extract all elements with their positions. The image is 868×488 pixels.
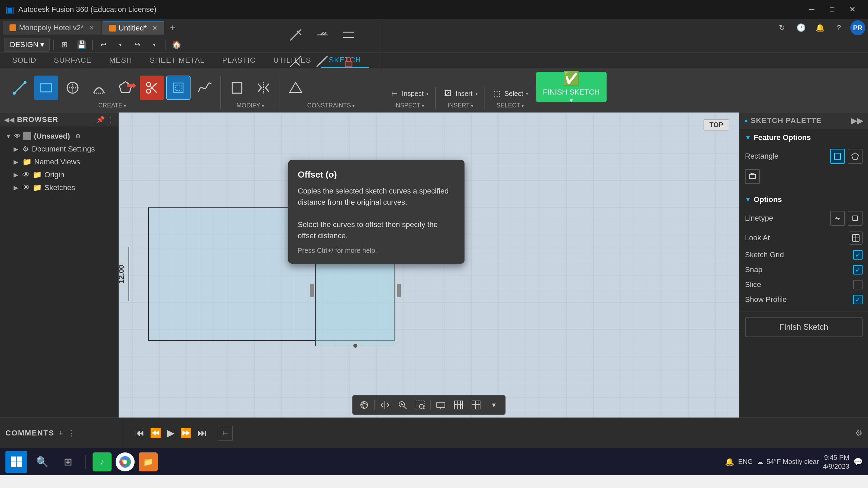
line-tool-button[interactable] — [7, 76, 32, 100]
ribbon-tab-solid[interactable]: SOLID — [4, 53, 44, 67]
canvas-area[interactable]: 12.00 TOP Offset (o) Copies the selected… — [119, 113, 739, 418]
browser-item-unsaved[interactable]: ▼ 👁 (Unsaved) ⊙ — [0, 130, 118, 143]
task-view-button[interactable]: ⊞ — [57, 451, 79, 473]
design-menu-button[interactable]: DESIGN ▾ — [4, 38, 50, 52]
start-button[interactable] — [5, 451, 27, 473]
ribbon-tab-sheet-metal[interactable]: SHEET METAL — [142, 53, 213, 67]
circle-tool-button[interactable] — [60, 76, 85, 100]
browser-collapse-button[interactable]: ◀◀ — [4, 116, 14, 124]
sketch-grid-checkbox[interactable]: ✓ — [853, 250, 863, 260]
add-tab-button[interactable]: + — [165, 22, 179, 33]
arc-tool-button[interactable] — [87, 76, 111, 100]
tab-untitled[interactable]: Untitled* ✕ — [102, 21, 164, 35]
display-settings-button[interactable] — [433, 398, 448, 412]
spline-tool-button[interactable] — [193, 76, 217, 100]
slice-checkbox[interactable] — [853, 280, 863, 289]
home-button[interactable]: 🏠 — [169, 39, 184, 51]
timeline-forward-button[interactable]: ⏩ — [180, 427, 192, 439]
feature-options-header[interactable]: ▼ Feature Options — [745, 133, 863, 142]
offset-tool-button[interactable] — [166, 76, 191, 100]
notification-button[interactable]: 🔔 — [812, 22, 827, 34]
timeline-play-button[interactable]: ▶ — [167, 427, 175, 439]
redo-button[interactable]: ↪ — [130, 39, 145, 51]
grid-view-button[interactable]: ⊞ — [57, 39, 72, 51]
triangle-constraint-button[interactable] — [283, 76, 308, 100]
timeline-end-button[interactable]: ⏭ — [197, 427, 207, 439]
eye-icon[interactable]: 👁 — [14, 133, 20, 140]
add-comment-button[interactable]: + — [58, 428, 63, 438]
tangent-constraint-button[interactable] — [310, 49, 334, 74]
eye-sketches-icon[interactable]: 👁 — [22, 183, 30, 192]
insert-button[interactable]: 🖼 Insert ▾ — [440, 87, 481, 100]
orbit-button[interactable] — [357, 398, 372, 412]
save-button[interactable]: 💾 — [74, 39, 89, 51]
history-button[interactable]: 🕐 — [793, 22, 808, 34]
palette-expand-button[interactable]: ▶▶ — [851, 116, 863, 125]
visibility-icon[interactable]: ⊙ — [75, 133, 80, 140]
options-section-header[interactable]: ▼ Options — [745, 195, 863, 204]
taskbar-files-icon[interactable]: 📁 — [139, 452, 158, 471]
settings-button[interactable]: ⚙ — [855, 428, 863, 438]
help-button[interactable]: ? — [831, 22, 846, 34]
rect-type-2-button[interactable] — [848, 149, 863, 164]
browser-pin-button[interactable]: 📌 — [96, 116, 105, 124]
collinear-constraint-button[interactable] — [310, 23, 334, 47]
scissors-tool-button[interactable]: ➡ — [140, 76, 164, 100]
minimize-button[interactable]: ─ — [802, 0, 822, 19]
refresh-button[interactable]: ↻ — [774, 22, 789, 34]
snap-checkbox[interactable]: ✓ — [853, 265, 863, 274]
linetype-solid-button[interactable] — [830, 211, 845, 226]
ribbon-tab-mesh[interactable]: MESH — [101, 53, 140, 67]
look-at-button[interactable] — [849, 231, 863, 245]
taskbar-notification-icon[interactable]: 🔔 — [725, 458, 734, 466]
grip-left[interactable] — [310, 284, 314, 297]
grip-right[interactable] — [397, 284, 401, 297]
finish-sketch-ribbon-button[interactable]: ✅ FINISH SKETCH ▾ — [536, 72, 606, 102]
ribbon-tab-plastic[interactable]: PLASTIC — [214, 53, 264, 67]
browser-item-origin[interactable]: ▶ 👁 📁 Origin — [0, 168, 118, 181]
timeline-marker-icon[interactable]: ⊢ — [218, 426, 233, 441]
view-more-button[interactable] — [469, 398, 484, 412]
taskbar-chrome-icon[interactable] — [116, 452, 135, 471]
perpendicular-constraint-button[interactable] — [283, 49, 308, 74]
timeline-start-button[interactable]: ⏮ — [135, 427, 144, 439]
polygon-tool-button[interactable] — [113, 76, 138, 100]
browser-item-doc-settings[interactable]: ▶ ⚙ Document Settings — [0, 143, 118, 156]
grid-settings-button[interactable] — [451, 398, 466, 412]
handle-b[interactable] — [353, 344, 357, 348]
browser-item-named-views[interactable]: ▶ 📁 Named Views — [0, 156, 118, 168]
tab-monopoly-close[interactable]: ✕ — [89, 24, 94, 32]
undo-dropdown-button[interactable]: ▾ — [113, 39, 128, 51]
rect-type-3-button[interactable] — [745, 169, 760, 184]
maximize-button[interactable]: □ — [822, 0, 842, 19]
finish-sketch-ribbon-dropdown[interactable]: ▾ — [570, 97, 573, 104]
taskbar-chat-icon[interactable]: 💬 — [853, 458, 863, 466]
tab-untitled-close[interactable]: ✕ — [152, 24, 157, 32]
lock-constraint-button[interactable] — [336, 49, 361, 74]
zoom-button[interactable] — [395, 398, 410, 412]
user-avatar[interactable]: PR — [850, 20, 865, 35]
comments-more-button[interactable]: ⋮ — [67, 428, 75, 438]
rectangle-tool-button[interactable] — [34, 76, 58, 100]
close-button[interactable]: ✕ — [842, 0, 863, 19]
finish-sketch-palette-button[interactable]: Finish Sketch — [745, 317, 863, 337]
inspect-button[interactable]: ⊢ Inspect ▾ — [386, 87, 432, 100]
timeline-back-button[interactable]: ⏪ — [150, 427, 162, 439]
linetype-dashed-button[interactable] — [848, 211, 863, 226]
mirror-tool-button[interactable] — [251, 76, 276, 100]
browser-item-sketches[interactable]: ▶ 👁 📁 Sketches — [0, 181, 118, 194]
coincident-constraint-button[interactable] — [283, 23, 308, 47]
browser-more-button[interactable]: ⋮ — [107, 116, 114, 124]
rect-type-1-button[interactable] — [830, 149, 845, 164]
ribbon-tab-surface[interactable]: SURFACE — [46, 53, 100, 67]
search-taskbar-button[interactable]: 🔍 — [31, 451, 53, 473]
vertical-line-tool-button[interactable] — [225, 76, 249, 100]
parallel-constraint-button[interactable] — [336, 23, 361, 47]
tab-monopoly[interactable]: Monopoly Hotel v2* ✕ — [3, 21, 101, 35]
undo-button[interactable]: ↩ — [96, 39, 111, 51]
pan-button[interactable] — [377, 398, 392, 412]
show-profile-checkbox[interactable]: ✓ — [853, 295, 863, 304]
select-button[interactable]: ⬚ Select ▾ — [489, 87, 532, 100]
nav-more-dropdown[interactable]: ▾ — [486, 398, 501, 412]
eye-origin-icon[interactable]: 👁 — [22, 170, 30, 179]
